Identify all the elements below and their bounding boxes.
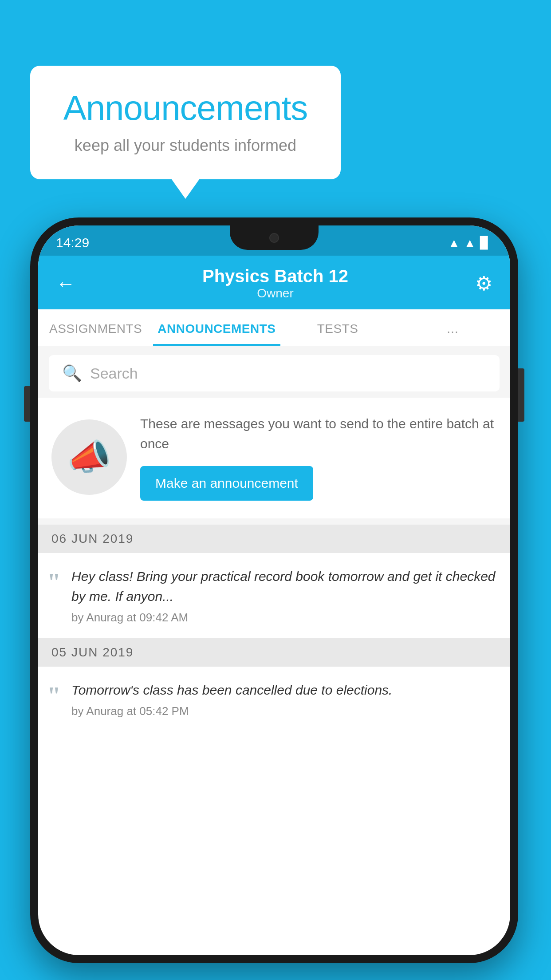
announcement-item-2: " Tomorrow's class has been cancelled du… [38, 667, 510, 731]
tab-assignments[interactable]: ASSIGNMENTS [38, 309, 153, 346]
announcement-prompt: 📣 These are messages you want to send to… [38, 398, 510, 518]
phone-wrapper: 14:29 ▲ ▲ ▉ ← Physics Batch 12 Owner ⚙ [30, 217, 518, 963]
search-bar[interactable]: 🔍 Search [49, 355, 500, 391]
tabs-bar: ASSIGNMENTS ANNOUNCEMENTS TESTS … [38, 309, 510, 346]
announcement-text-2: Tomorrow's class has been cancelled due … [71, 680, 497, 700]
date-separator-2: 05 JUN 2019 [38, 638, 510, 667]
speech-bubble: Announcements keep all your students inf… [30, 66, 341, 179]
settings-icon[interactable]: ⚙ [475, 272, 492, 295]
front-camera [269, 233, 279, 243]
speech-bubble-container: Announcements keep all your students inf… [30, 66, 341, 179]
make-announcement-button[interactable]: Make an announcement [140, 466, 313, 501]
wifi-icon: ▲ [449, 236, 460, 250]
phone-outer: 14:29 ▲ ▲ ▉ ← Physics Batch 12 Owner ⚙ [30, 217, 518, 963]
megaphone-circle: 📣 [51, 419, 127, 495]
speech-bubble-subtitle: keep all your students informed [57, 136, 314, 155]
speech-bubble-title: Announcements [57, 88, 314, 128]
announcement-meta-1: by Anurag at 09:42 AM [71, 611, 497, 624]
status-icons: ▲ ▲ ▉ [449, 232, 489, 250]
prompt-right: These are messages you want to send to t… [140, 414, 497, 501]
prompt-description: These are messages you want to send to t… [140, 414, 497, 454]
header-center: Physics Batch 12 Owner [202, 266, 348, 300]
signal-icon: ▲ [464, 236, 476, 250]
phone-notch [230, 225, 319, 250]
header-subtitle: Owner [202, 286, 348, 300]
quote-icon-2: " [47, 684, 61, 708]
app-header: ← Physics Batch 12 Owner ⚙ [38, 256, 510, 309]
phone-screen: 14:29 ▲ ▲ ▉ ← Physics Batch 12 Owner ⚙ [38, 225, 510, 955]
battery-icon: ▉ [480, 236, 489, 250]
announcement-content-1: Hey class! Bring your practical record b… [71, 566, 497, 624]
search-icon: 🔍 [62, 364, 82, 383]
announcement-content-2: Tomorrow's class has been cancelled due … [71, 680, 497, 718]
header-title: Physics Batch 12 [202, 266, 348, 286]
tab-tests[interactable]: TESTS [280, 309, 395, 346]
back-button[interactable]: ← [56, 273, 75, 295]
megaphone-icon: 📣 [67, 436, 111, 478]
announcement-text-1: Hey class! Bring your practical record b… [71, 566, 497, 606]
announcement-item-1: " Hey class! Bring your practical record… [38, 553, 510, 638]
announcement-meta-2: by Anurag at 05:42 PM [71, 704, 497, 718]
quote-icon-1: " [47, 570, 61, 595]
status-time: 14:29 [56, 231, 89, 250]
content-area: 🔍 Search 📣 These are messages you want t… [38, 346, 510, 731]
search-placeholder: Search [90, 365, 138, 382]
tab-more[interactable]: … [395, 309, 510, 346]
date-separator-1: 06 JUN 2019 [38, 525, 510, 553]
tab-announcements[interactable]: ANNOUNCEMENTS [153, 309, 280, 346]
